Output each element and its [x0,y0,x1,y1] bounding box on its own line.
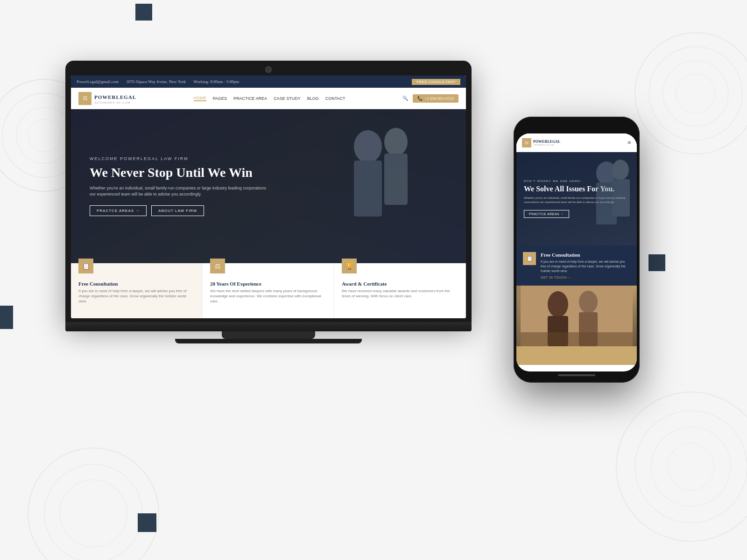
consultation-icon: 📋 [78,259,93,273]
phone-practice-areas-button[interactable]: PRACTCE AREAS → [524,210,569,218]
laptop-device: PowerLegal@gmail.com 1870 Alpaca Way Irv… [65,61,472,341]
phone-device: ⚖ POWERLEGAL ATTORNEY AT LAW ≡ DON [514,117,640,383]
laptop-stand [222,331,315,339]
hero-content: WELCOME POWERLEGAL LAW FIRM We Never Sto… [90,156,267,216]
svg-point-3 [28,119,61,152]
site-topbar: PowerLegal@gmail.com 1870 Alpaca Way Irv… [71,76,466,88]
search-icon[interactable]: 🔍 [402,96,408,101]
svg-point-12 [635,411,747,523]
nav-pages[interactable]: PAGES [213,96,227,101]
svg-point-26 [579,291,598,313]
nav-links: HOME PAGES PRACTICE AREA CASE STUDY BLOG… [194,96,345,101]
features-section: 📋 Free Consultation If you are in need o… [71,263,466,318]
feature-consultation: 📋 Free Consultation If you are in need o… [71,263,203,318]
topbar-address: 1870 Alpaca Way Irvine, New York [126,79,186,84]
nav-practice[interactable]: PRACTICE AREA [233,96,267,101]
logo-icon: ⚖ [78,92,92,105]
laptop-camera [265,66,272,73]
svg-point-17 [384,128,408,156]
feature-1-desc: If you are in need of help from a lawyer… [78,288,195,304]
logo-name: POWERLEGAL [94,94,136,100]
hero-description: Whether you're an individual, small fami… [90,185,267,198]
hero-section: WELCOME POWERLEGAL LAW FIRM We Never Sto… [71,109,466,263]
decoration-square-1 [135,4,152,21]
hero-title: We Never Stop Until We Win [90,165,267,181]
nav-case[interactable]: CASE STUDY [274,96,301,101]
nav-blog[interactable]: BLOG [307,96,319,101]
svg-point-7 [676,74,715,113]
phone-logo-sub: ATTORNEY AT LAW [533,144,560,146]
phone-button[interactable]: 📞 +2 650-603-0533 [413,94,458,103]
site-navbar: ⚖ POWERLEGAL ATTORNEY AT LAW HOME PAGES … [71,88,466,109]
feature-2-title: 20 Years Of Experience [210,281,326,287]
svg-point-14 [668,443,714,490]
svg-point-4 [635,33,747,154]
feature-3-title: Award & Certificate [342,281,458,287]
topbar-left: PowerLegal@gmail.com 1870 Alpaca Way Irv… [77,79,239,84]
free-consultant-button[interactable]: FREE CONSULTANT [412,79,460,85]
phone-notch [558,121,595,132]
feature-2-desc: We have the best skilled lawyers with ma… [210,288,326,304]
svg-point-24 [548,291,568,317]
nav-contact[interactable]: CONTACT [325,96,345,101]
about-law-firm-button[interactable]: ABOUT LAW FIRM [151,205,204,216]
svg-rect-28 [521,332,633,346]
feature-1-title: Free Consultation [78,281,195,287]
phone-logo-icon: ⚖ [522,138,531,147]
phone-get-in-touch-link[interactable]: GET IN TOUCH → [541,276,630,279]
phone-consult-content: Free Consultation If you are in need of … [541,252,630,279]
topbar-hours: Working: 8:00am - 5:00pm [193,79,239,84]
feature-awards: 🏆 Award & Certificate We have received m… [334,263,466,318]
site-logo: ⚖ POWERLEGAL ATTORNEY AT LAW [78,92,136,105]
logo-subtitle: ATTORNEY AT LAW [94,101,136,105]
phone-body: ⚖ POWERLEGAL ATTORNEY AT LAW ≡ DON [514,117,640,383]
laptop-screen: PowerLegal@gmail.com 1870 Alpaca Way Irv… [71,76,466,318]
phone-home-indicator [558,374,595,376]
phone-consult-icon: 📋 [523,252,536,265]
svg-point-10 [60,480,127,547]
phone-screen: ⚖ POWERLEGAL ATTORNEY AT LAW ≡ DON [516,133,637,371]
svg-point-5 [649,47,742,140]
laptop-body: PowerLegal@gmail.com 1870 Alpaca Way Irv… [65,61,472,322]
feature-experience: ⚖ 20 Years Of Experience We have the bes… [203,263,334,318]
decoration-square-4 [138,513,156,532]
phone-people-image [516,286,637,346]
svg-rect-18 [384,154,408,205]
phone-logo: ⚖ POWERLEGAL ATTORNEY AT LAW [522,138,560,147]
phone-logo-name: POWERLEGAL [533,140,560,144]
phone-image-section [516,286,637,346]
svg-rect-16 [354,161,382,217]
hero-subtitle: WELCOME POWERLEGAL LAW FIRM [90,156,267,161]
laptop-base [65,322,472,331]
svg-point-9 [44,464,142,560]
topbar-email: PowerLegal@gmail.com [77,79,119,84]
svg-point-15 [354,130,382,163]
experience-icon: ⚖ [210,259,225,273]
svg-point-2 [16,107,72,163]
phone-consult-desc: If you are in need of help from a lawyer… [541,259,630,273]
practice-areas-button[interactable]: PRACTCE AREAS → [90,205,147,216]
nav-home[interactable]: HOME [194,96,206,101]
svg-point-11 [616,392,747,541]
feature-3-desc: We have received many valuable awards an… [342,288,458,299]
laptop-foot [175,339,362,343]
phone-consultation-section: 📋 Free Consultation If you are in need o… [516,245,637,286]
hamburger-menu-icon[interactable]: ≡ [627,139,631,147]
phone-navbar: ⚖ POWERLEGAL ATTORNEY AT LAW ≡ [516,133,637,152]
nav-right: 🔍 📞 +2 650-603-0533 [402,94,458,103]
svg-point-21 [612,160,629,180]
decoration-square-3 [648,254,665,271]
hero-buttons: PRACTCE AREAS → ABOUT LAW FIRM [90,205,267,216]
phone-number: +2 650-603-0533 [424,96,454,101]
phone-consult-title: Free Consultation [541,252,630,258]
decoration-square-2 [0,306,13,329]
svg-point-13 [651,427,731,506]
phone-icon: 📞 [417,96,423,101]
svg-rect-22 [612,179,630,217]
svg-point-6 [663,61,728,126]
phone-hero: DON'T WORRY WE ARE HERE! We Solve All Is… [516,152,637,245]
logo-text-group: POWERLEGAL ATTORNEY AT LAW [94,92,136,105]
phone-logo-text-group: POWERLEGAL ATTORNEY AT LAW [533,140,560,146]
svg-point-8 [28,448,159,560]
phone-bottom-bar [516,346,637,365]
